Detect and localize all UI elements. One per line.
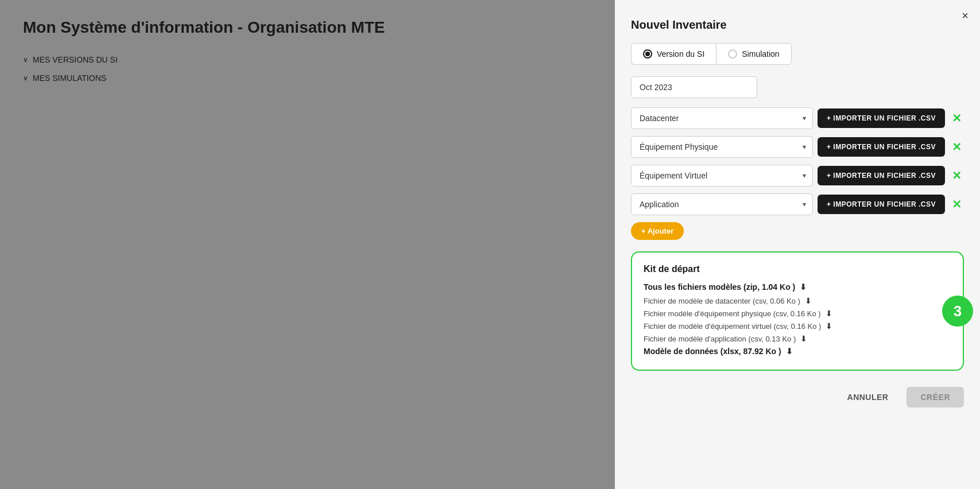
import-row-equipement-physique: Équipement Physique ▾ + IMPORTER UN FICH… (631, 136, 964, 158)
datacenter-select-wrapper[interactable]: Datacenter ▾ (631, 107, 813, 129)
download-icon-application[interactable]: ⬇ (800, 334, 807, 343)
import-button-application[interactable]: + IMPORTER UN FICHIER .CSV (818, 195, 945, 214)
kit-file-datacenter: Fichier de modèle de datacenter (csv, 0.… (644, 296, 951, 305)
clear-button-equipement-virtuel[interactable]: ✕ (950, 169, 964, 183)
left-panel: Mon Système d'information - Organisation… (0, 0, 615, 489)
equipement-physique-select-wrapper[interactable]: Équipement Physique ▾ (631, 136, 813, 158)
application-select-wrapper[interactable]: Application ▾ (631, 193, 813, 215)
inventory-type-radio-group[interactable]: Version du SI Simulation (631, 43, 964, 65)
equipement-physique-select[interactable]: Équipement Physique (631, 136, 813, 158)
download-icon-data-model[interactable]: ⬇ (786, 347, 793, 356)
import-button-equipement-physique[interactable]: + IMPORTER UN FICHIER .CSV (818, 137, 945, 157)
import-row-equipement-virtuel: Équipement Virtuel ▾ + IMPORTER UN FICHI… (631, 165, 964, 187)
datacenter-select[interactable]: Datacenter (631, 107, 813, 129)
import-button-equipement-virtuel[interactable]: + IMPORTER UN FICHIER .CSV (818, 166, 945, 185)
close-button[interactable]: × (962, 9, 969, 22)
import-row-application: Application ▾ + IMPORTER UN FICHIER .CSV… (631, 193, 964, 215)
footer-actions: ANNULER CRÉER (631, 382, 964, 408)
kit-file-equip-virt: Fichier de modèle d'équipement virtuel (… (644, 321, 951, 331)
clear-button-equipement-physique[interactable]: ✕ (950, 140, 964, 154)
step-badge: 3 (942, 296, 973, 327)
radio-simulation-label: Simulation (742, 49, 779, 59)
panel-title: Nouvel Inventaire (631, 18, 964, 32)
right-panel: × Nouvel Inventaire Version du SI Simula… (615, 0, 980, 489)
import-button-datacenter[interactable]: + IMPORTER UN FICHIER .CSV (818, 108, 945, 128)
sidebar-item-versions[interactable]: ∨ MES VERSIONS DU SI (23, 55, 592, 64)
equipement-virtuel-select[interactable]: Équipement Virtuel (631, 165, 813, 187)
radio-option-version[interactable]: Version du SI (631, 43, 716, 65)
clear-button-application[interactable]: ✕ (950, 197, 964, 211)
kit-file-application-label: Fichier de modèle d'application (csv, 0.… (644, 335, 796, 343)
add-button[interactable]: + Ajouter (631, 222, 684, 240)
sidebar-section-simulations[interactable]: ∨ MES SIMULATIONS (23, 73, 592, 83)
kit-file-data-model-label: Modèle de données (xlsx, 87.92 Ko ) (644, 347, 781, 356)
kit-file-data-model: Modèle de données (xlsx, 87.92 Ko ) ⬇ (644, 347, 951, 356)
equipement-virtuel-select-wrapper[interactable]: Équipement Virtuel ▾ (631, 165, 813, 187)
sidebar-simulations-label: MES SIMULATIONS (33, 73, 106, 83)
import-row-datacenter: Datacenter ▾ + IMPORTER UN FICHIER .CSV … (631, 107, 964, 129)
download-icon-all[interactable]: ⬇ (800, 282, 807, 292)
import-button-datacenter-label: + IMPORTER UN FICHIER .CSV (827, 114, 936, 122)
radio-option-simulation[interactable]: Simulation (716, 43, 791, 65)
application-select[interactable]: Application (631, 193, 813, 215)
cancel-button[interactable]: ANNULER (838, 387, 898, 408)
date-input[interactable] (631, 76, 757, 98)
kit-section: Kit de départ Tous les fichiers modèles … (631, 251, 964, 371)
download-icon-datacenter[interactable]: ⬇ (805, 296, 812, 305)
radio-dot-version (643, 49, 652, 59)
page-title: Mon Système d'information - Organisation… (23, 18, 592, 37)
import-button-equip-virt-label: + IMPORTER UN FICHIER .CSV (827, 172, 936, 180)
chevron-down-icon-2: ∨ (23, 74, 28, 82)
download-icon-equip-virt[interactable]: ⬇ (826, 321, 832, 331)
radio-dot-simulation (728, 49, 737, 59)
download-icon-equip-phys[interactable]: ⬇ (826, 309, 832, 318)
chevron-down-icon: ∨ (23, 56, 28, 64)
kit-file-all: Tous les fichiers modèles (zip, 1.04 Ko … (644, 282, 951, 292)
kit-file-all-label: Tous les fichiers modèles (zip, 1.04 Ko … (644, 282, 795, 292)
clear-button-datacenter[interactable]: ✕ (950, 111, 964, 125)
sidebar-versions-label: MES VERSIONS DU SI (33, 55, 118, 64)
kit-file-equip-virt-label: Fichier de modèle d'équipement virtuel (… (644, 322, 821, 331)
kit-title: Kit de départ (644, 264, 951, 274)
sidebar-section-versions[interactable]: ∨ MES VERSIONS DU SI (23, 55, 592, 64)
kit-file-equip-phys-label: Fichier modèle d'équipement physique (cs… (644, 309, 821, 318)
kit-file-application: Fichier de modèle d'application (csv, 0.… (644, 334, 951, 343)
import-button-equip-phys-label: + IMPORTER UN FICHIER .CSV (827, 143, 936, 151)
import-button-application-label: + IMPORTER UN FICHIER .CSV (827, 200, 936, 208)
create-button[interactable]: CRÉER (907, 387, 964, 408)
kit-file-equip-phys: Fichier modèle d'équipement physique (cs… (644, 309, 951, 318)
sidebar-item-simulations[interactable]: ∨ MES SIMULATIONS (23, 73, 592, 83)
kit-file-datacenter-label: Fichier de modèle de datacenter (csv, 0.… (644, 297, 800, 305)
radio-version-label: Version du SI (657, 49, 704, 59)
